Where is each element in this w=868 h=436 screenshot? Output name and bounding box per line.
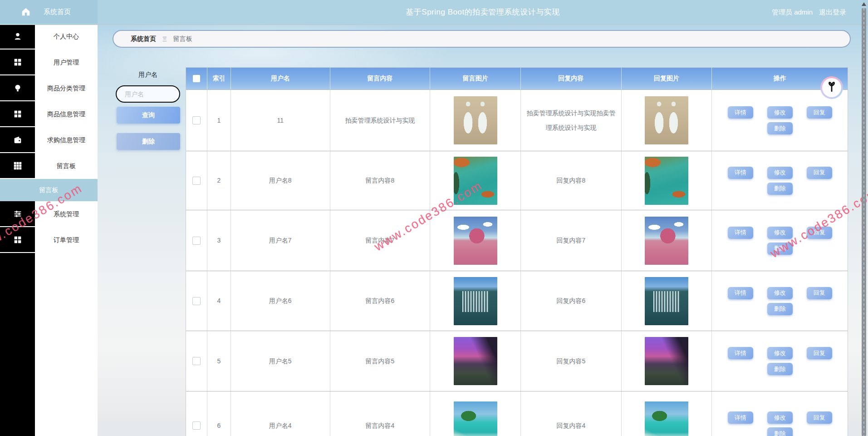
breadcrumb-home[interactable]: 系统首页 <box>131 35 156 43</box>
edit-button[interactable]: 修改 <box>767 167 793 179</box>
breadcrumb-current: 留言板 <box>173 35 192 43</box>
scrollbar-thumb[interactable] <box>862 8 866 436</box>
detail-button[interactable]: 详情 <box>728 411 753 424</box>
message-image[interactable] <box>454 337 497 385</box>
row-checkbox[interactable] <box>192 237 201 245</box>
row-reply-content: 拍卖管理系统设计与实现拍卖管理系统设计与实现 <box>521 90 622 151</box>
col-header-image: 留言图片 <box>430 68 521 89</box>
detail-button[interactable]: 详情 <box>728 167 753 179</box>
sidebar-item-product-category[interactable]: 商品分类管理 <box>0 75 98 101</box>
sidebar-item-product-info[interactable]: 商品信息管理 <box>0 101 98 127</box>
reply-button[interactable]: 回复 <box>807 411 832 424</box>
row-message-content: 留言内容5 <box>330 331 431 391</box>
sliders-icon <box>13 209 23 219</box>
col-header-username: 用户名 <box>231 68 330 89</box>
reply-button[interactable]: 回复 <box>807 347 832 359</box>
table-row: 3 用户名7 留言内容7 回复内容7 详情 修改 回复 删除 <box>186 210 848 271</box>
sidebar-item-profile[interactable]: 个人中心 <box>0 24 98 50</box>
row-actions: 详情 修改 回复 删除 <box>728 411 832 436</box>
reply-image[interactable] <box>645 277 688 325</box>
row-index: 2 <box>207 151 231 210</box>
message-image[interactable] <box>454 96 497 144</box>
reply-image[interactable] <box>645 157 688 205</box>
row-message-content: 拍卖管理系统设计与实现 <box>330 90 431 151</box>
grid-icon <box>13 235 23 245</box>
delete-button[interactable]: 删除 <box>767 183 793 195</box>
row-reply-content: 回复内容6 <box>521 271 622 331</box>
detail-button[interactable]: 详情 <box>728 106 753 119</box>
row-reply-content: 回复内容8 <box>521 151 622 210</box>
reply-image[interactable] <box>645 401 688 436</box>
row-checkbox[interactable] <box>192 357 201 365</box>
reply-image[interactable] <box>645 337 688 385</box>
table-body: 1 11 拍卖管理系统设计与实现 拍卖管理系统设计与实现拍卖管理系统设计与实现 … <box>186 89 848 436</box>
delete-button[interactable]: 删除 <box>767 363 793 375</box>
row-username: 用户名5 <box>231 331 330 391</box>
sidebar-item-purchase-request[interactable]: 求购信息管理 <box>0 127 98 153</box>
page-title: 基于Spring Boot的拍卖管理系统设计与实现 <box>98 0 868 25</box>
sidebar-item-message-board[interactable]: 留言板 <box>0 153 98 179</box>
edit-button[interactable]: 修改 <box>767 347 793 359</box>
sidebar: 个人中心 用户管理 商品分类管理 商品信息管理 求购信息管理 留言板 留言板 系… <box>0 24 98 436</box>
row-username: 11 <box>231 90 330 151</box>
reply-button[interactable]: 回复 <box>807 227 832 239</box>
row-index: 3 <box>207 210 231 271</box>
scrollbar-up-arrow[interactable] <box>862 2 866 6</box>
message-image[interactable] <box>454 277 497 325</box>
row-message-content: 留言内容6 <box>330 271 431 331</box>
scrollbar <box>860 0 868 436</box>
row-index: 4 <box>207 271 231 331</box>
edit-button[interactable]: 修改 <box>767 411 793 424</box>
table-row: 2 用户名8 留言内容8 回复内容8 详情 修改 回复 删除 <box>186 151 848 210</box>
row-actions: 详情 修改 回复 删除 <box>728 227 832 255</box>
row-username: 用户名7 <box>231 210 330 271</box>
row-index: 1 <box>207 90 231 151</box>
table-row: 6 用户名4 留言内容4 回复内容4 详情 修改 回复 删除 <box>186 391 848 436</box>
col-header-reply-image: 回复图片 <box>622 68 712 89</box>
message-table: 索引 用户名 留言内容 留言图片 回复内容 回复图片 操作 1 11 拍卖管理系… <box>186 67 848 436</box>
detail-button[interactable]: 详情 <box>728 287 753 299</box>
edit-button[interactable]: 修改 <box>767 227 793 239</box>
sidebar-filler <box>0 253 98 436</box>
row-checkbox[interactable] <box>192 177 201 185</box>
row-message-content: 留言内容4 <box>330 391 431 436</box>
reply-button[interactable]: 回复 <box>807 106 832 119</box>
username-input[interactable] <box>116 85 180 103</box>
message-image[interactable] <box>454 157 497 205</box>
detail-button[interactable]: 详情 <box>728 227 753 239</box>
edit-button[interactable]: 修改 <box>767 106 793 119</box>
reply-image[interactable] <box>645 217 688 265</box>
col-header-content: 留言内容 <box>330 68 431 89</box>
select-all-checkbox[interactable] <box>193 75 200 82</box>
row-checkbox[interactable] <box>192 116 201 124</box>
row-username: 用户名4 <box>231 391 330 436</box>
reply-image[interactable] <box>645 96 688 144</box>
sidebar-item-orders[interactable]: 订单管理 <box>0 227 98 253</box>
query-button[interactable]: 查询 <box>117 107 180 124</box>
delete-button[interactable]: 删除 <box>767 427 793 436</box>
row-checkbox[interactable] <box>192 297 201 305</box>
edit-button[interactable]: 修改 <box>767 287 793 299</box>
home-icon <box>21 7 31 17</box>
sidebar-item-system[interactable]: 系统管理 <box>0 201 98 227</box>
detail-button[interactable]: 详情 <box>728 347 753 359</box>
delete-button[interactable]: 删除 <box>767 303 793 315</box>
logout-link[interactable]: 退出登录 <box>819 8 846 17</box>
sidebar-submenu-message-board-active[interactable]: 留言板 <box>0 179 98 201</box>
reply-button[interactable]: 回复 <box>807 167 832 179</box>
row-username: 用户名6 <box>231 271 330 331</box>
reply-button[interactable]: 回复 <box>807 287 832 299</box>
sidebar-header-home[interactable]: 系统首页 <box>0 0 98 24</box>
accessibility-widget-button[interactable] <box>820 76 843 99</box>
delete-selected-button[interactable]: 删除 <box>117 133 180 150</box>
sidebar-home-label: 系统首页 <box>44 8 71 16</box>
message-image[interactable] <box>454 401 497 436</box>
sidebar-item-users[interactable]: 用户管理 <box>0 50 98 75</box>
wallet-icon <box>13 135 23 145</box>
row-checkbox[interactable] <box>192 421 201 430</box>
table-row: 5 用户名5 留言内容5 回复内容5 详情 修改 回复 删除 <box>186 331 848 391</box>
col-header-reply: 回复内容 <box>521 68 622 89</box>
message-image[interactable] <box>454 217 497 265</box>
delete-button[interactable]: 删除 <box>767 122 793 134</box>
delete-button[interactable]: 删除 <box>767 243 793 255</box>
